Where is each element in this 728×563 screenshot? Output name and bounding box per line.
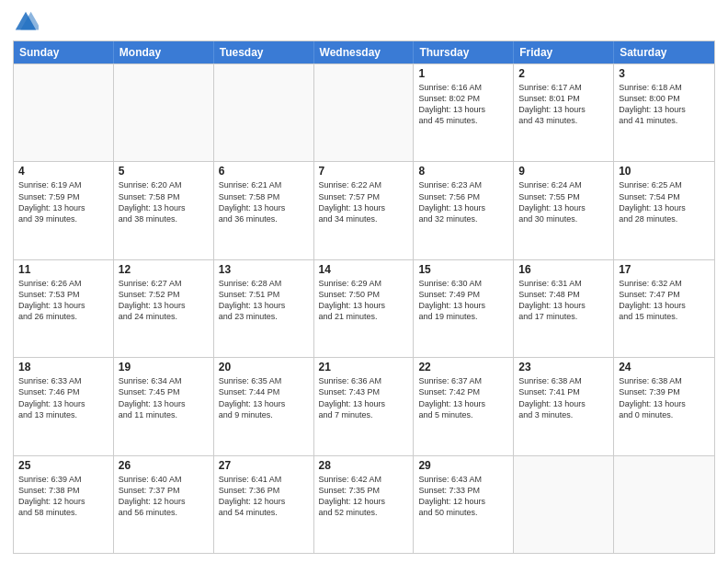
cal-header-tuesday: Tuesday (214, 41, 314, 63)
calendar-cell (114, 64, 214, 161)
day-number: 2 (518, 67, 609, 80)
calendar-header-row: SundayMondayTuesdayWednesdayThursdayFrid… (14, 41, 714, 63)
calendar-cell: 3Sunrise: 6:18 AM Sunset: 8:00 PM Daylig… (614, 64, 714, 161)
calendar-cell: 14Sunrise: 6:29 AM Sunset: 7:50 PM Dayli… (314, 260, 415, 357)
day-number: 28 (319, 459, 409, 472)
day-number: 12 (119, 263, 209, 276)
day-number: 23 (518, 361, 609, 373)
calendar-cell: 7Sunrise: 6:22 AM Sunset: 7:57 PM Daylig… (314, 162, 415, 259)
logo (13, 9, 42, 35)
calendar-cell: 23Sunrise: 6:38 AM Sunset: 7:41 PM Dayli… (514, 358, 614, 454)
logo-icon (13, 9, 39, 35)
day-info: Sunrise: 6:31 AM Sunset: 7:48 PM Dayligh… (518, 278, 609, 323)
cal-header-friday: Friday (514, 41, 614, 63)
calendar-cell: 1Sunrise: 6:16 AM Sunset: 8:02 PM Daylig… (414, 64, 514, 161)
calendar-cell: 25Sunrise: 6:39 AM Sunset: 7:38 PM Dayli… (14, 456, 114, 553)
day-number: 8 (418, 165, 508, 178)
calendar-week-1: 1Sunrise: 6:16 AM Sunset: 8:02 PM Daylig… (14, 63, 714, 161)
cal-header-monday: Monday (114, 41, 214, 63)
day-info: Sunrise: 6:33 AM Sunset: 7:46 PM Dayligh… (18, 375, 108, 420)
day-info: Sunrise: 6:38 AM Sunset: 7:41 PM Dayligh… (518, 375, 609, 420)
calendar-cell: 22Sunrise: 6:37 AM Sunset: 7:42 PM Dayli… (414, 358, 514, 454)
calendar-cell: 5Sunrise: 6:20 AM Sunset: 7:58 PM Daylig… (114, 162, 214, 259)
calendar-week-2: 4Sunrise: 6:19 AM Sunset: 7:59 PM Daylig… (14, 161, 714, 259)
calendar-cell: 12Sunrise: 6:27 AM Sunset: 7:52 PM Dayli… (114, 260, 214, 357)
day-number: 10 (619, 165, 710, 178)
day-info: Sunrise: 6:23 AM Sunset: 7:56 PM Dayligh… (418, 179, 508, 224)
day-info: Sunrise: 6:25 AM Sunset: 7:54 PM Dayligh… (619, 179, 710, 224)
day-number: 21 (319, 361, 409, 373)
calendar-cell: 24Sunrise: 6:38 AM Sunset: 7:39 PM Dayli… (614, 358, 714, 454)
day-number: 4 (18, 165, 108, 178)
day-number: 7 (319, 165, 409, 178)
calendar-cell: 28Sunrise: 6:42 AM Sunset: 7:35 PM Dayli… (314, 456, 415, 553)
calendar-cell: 16Sunrise: 6:31 AM Sunset: 7:48 PM Dayli… (514, 260, 614, 357)
day-info: Sunrise: 6:34 AM Sunset: 7:45 PM Dayligh… (119, 375, 209, 420)
day-info: Sunrise: 6:20 AM Sunset: 7:58 PM Dayligh… (119, 179, 209, 224)
calendar-cell: 29Sunrise: 6:43 AM Sunset: 7:33 PM Dayli… (414, 456, 514, 553)
day-number: 25 (18, 459, 108, 472)
calendar-cell: 6Sunrise: 6:21 AM Sunset: 7:58 PM Daylig… (214, 162, 314, 259)
calendar-cell: 9Sunrise: 6:24 AM Sunset: 7:55 PM Daylig… (514, 162, 614, 259)
calendar-cell: 15Sunrise: 6:30 AM Sunset: 7:49 PM Dayli… (414, 260, 514, 357)
day-number: 11 (18, 263, 108, 276)
day-number: 26 (119, 459, 209, 472)
day-number: 6 (219, 165, 309, 178)
calendar-cell (314, 64, 415, 161)
calendar-cell: 27Sunrise: 6:41 AM Sunset: 7:36 PM Dayli… (214, 456, 314, 553)
calendar-cell: 13Sunrise: 6:28 AM Sunset: 7:51 PM Dayli… (214, 260, 314, 357)
day-number: 17 (619, 263, 710, 276)
calendar-week-5: 25Sunrise: 6:39 AM Sunset: 7:38 PM Dayli… (14, 455, 714, 553)
calendar-cell: 26Sunrise: 6:40 AM Sunset: 7:37 PM Dayli… (114, 456, 214, 553)
day-info: Sunrise: 6:32 AM Sunset: 7:47 PM Dayligh… (619, 278, 710, 323)
calendar-cell: 21Sunrise: 6:36 AM Sunset: 7:43 PM Dayli… (314, 358, 415, 454)
day-number: 15 (418, 263, 508, 276)
day-number: 14 (319, 263, 409, 276)
day-info: Sunrise: 6:37 AM Sunset: 7:42 PM Dayligh… (418, 375, 508, 420)
day-number: 16 (518, 263, 609, 276)
day-info: Sunrise: 6:26 AM Sunset: 7:53 PM Dayligh… (18, 278, 108, 323)
calendar-cell: 17Sunrise: 6:32 AM Sunset: 7:47 PM Dayli… (614, 260, 714, 357)
day-number: 24 (619, 361, 710, 373)
cal-header-sunday: Sunday (14, 41, 114, 63)
day-info: Sunrise: 6:30 AM Sunset: 7:49 PM Dayligh… (418, 278, 508, 323)
calendar-week-3: 11Sunrise: 6:26 AM Sunset: 7:53 PM Dayli… (14, 259, 714, 357)
calendar-cell: 18Sunrise: 6:33 AM Sunset: 7:46 PM Dayli… (14, 358, 114, 454)
day-info: Sunrise: 6:21 AM Sunset: 7:58 PM Dayligh… (219, 179, 309, 224)
calendar-cell (214, 64, 314, 161)
day-info: Sunrise: 6:28 AM Sunset: 7:51 PM Dayligh… (219, 278, 309, 323)
calendar-cell: 20Sunrise: 6:35 AM Sunset: 7:44 PM Dayli… (214, 358, 314, 454)
calendar: SundayMondayTuesdayWednesdayThursdayFrid… (13, 40, 715, 554)
day-number: 3 (619, 67, 710, 80)
day-info: Sunrise: 6:39 AM Sunset: 7:38 PM Dayligh… (18, 474, 108, 519)
calendar-cell: 11Sunrise: 6:26 AM Sunset: 7:53 PM Dayli… (14, 260, 114, 357)
calendar-body: 1Sunrise: 6:16 AM Sunset: 8:02 PM Daylig… (14, 63, 714, 553)
day-info: Sunrise: 6:29 AM Sunset: 7:50 PM Dayligh… (319, 278, 409, 323)
day-info: Sunrise: 6:35 AM Sunset: 7:44 PM Dayligh… (219, 375, 309, 420)
calendar-cell: 4Sunrise: 6:19 AM Sunset: 7:59 PM Daylig… (14, 162, 114, 259)
day-number: 27 (219, 459, 309, 472)
day-number: 18 (18, 361, 108, 373)
day-number: 5 (119, 165, 209, 178)
calendar-cell: 2Sunrise: 6:17 AM Sunset: 8:01 PM Daylig… (514, 64, 614, 161)
cal-header-wednesday: Wednesday (314, 41, 415, 63)
header (13, 9, 715, 35)
day-info: Sunrise: 6:36 AM Sunset: 7:43 PM Dayligh… (319, 375, 409, 420)
day-number: 29 (418, 459, 508, 472)
day-number: 13 (219, 263, 309, 276)
calendar-week-4: 18Sunrise: 6:33 AM Sunset: 7:46 PM Dayli… (14, 357, 714, 454)
day-info: Sunrise: 6:27 AM Sunset: 7:52 PM Dayligh… (119, 278, 209, 323)
calendar-cell: 19Sunrise: 6:34 AM Sunset: 7:45 PM Dayli… (114, 358, 214, 454)
day-info: Sunrise: 6:19 AM Sunset: 7:59 PM Dayligh… (18, 179, 108, 224)
day-number: 22 (418, 361, 508, 373)
day-info: Sunrise: 6:22 AM Sunset: 7:57 PM Dayligh… (319, 179, 409, 224)
calendar-cell (14, 64, 114, 161)
day-info: Sunrise: 6:18 AM Sunset: 8:00 PM Dayligh… (619, 82, 710, 127)
page: SundayMondayTuesdayWednesdayThursdayFrid… (0, 0, 728, 563)
calendar-cell (614, 456, 714, 553)
day-number: 20 (219, 361, 309, 373)
cal-header-thursday: Thursday (414, 41, 514, 63)
day-info: Sunrise: 6:16 AM Sunset: 8:02 PM Dayligh… (418, 82, 508, 127)
day-info: Sunrise: 6:40 AM Sunset: 7:37 PM Dayligh… (119, 474, 209, 519)
calendar-cell: 8Sunrise: 6:23 AM Sunset: 7:56 PM Daylig… (414, 162, 514, 259)
